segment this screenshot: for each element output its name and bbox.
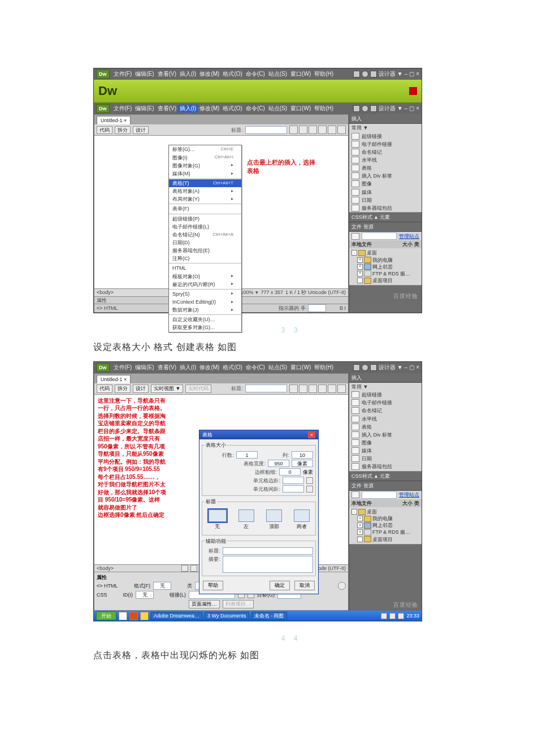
tree-node[interactable]: 桌面项目 xyxy=(351,536,419,543)
menu-item[interactable]: 图像对象(G) xyxy=(169,162,241,170)
html-tab[interactable]: <> HTML xyxy=(97,305,118,312)
menu-item[interactable]: 布局对象(Y) xyxy=(169,195,241,203)
expand-icon[interactable]: + xyxy=(357,522,363,528)
menu-item[interactable]: 站点(S) xyxy=(267,105,289,113)
document-tab[interactable]: Untitled-1 × xyxy=(97,375,131,383)
ok-button[interactable]: 确定 xyxy=(270,581,290,590)
menu-bar[interactable]: 文件(F)编辑(E)查看(V)插入(I)修改(M)格式(O)命令(C)站点(S)… xyxy=(112,364,336,371)
prop-css-tab[interactable]: CSS xyxy=(97,591,107,598)
collapse-icon[interactable]: - xyxy=(351,509,357,515)
cancel-button[interactable]: 取消 xyxy=(294,581,315,590)
circle-icon[interactable] xyxy=(362,364,368,371)
tray-icon[interactable] xyxy=(381,613,387,619)
insert-item[interactable]: 日期 xyxy=(349,455,422,463)
menu-item[interactable]: 查看(V) xyxy=(156,364,178,371)
insert-item[interactable]: 超级链接 xyxy=(349,132,422,140)
insert-item[interactable]: 媒体 xyxy=(349,447,422,455)
insert-item[interactable]: 超级链接 xyxy=(349,391,422,399)
minimize-icon[interactable]: – xyxy=(405,364,408,371)
taskbar-app[interactable]: 3 Wy Documents xyxy=(205,612,249,620)
tree-node[interactable]: -桌面 xyxy=(351,508,419,515)
insert-item[interactable]: 图像 xyxy=(349,439,422,447)
menu-item[interactable]: 查看(V) xyxy=(156,70,178,78)
tray-icon[interactable] xyxy=(389,613,396,619)
menu-item[interactable]: 编辑(E) xyxy=(133,105,155,113)
menu-item[interactable]: 超级链接(P) xyxy=(169,215,241,223)
toolbar-icon[interactable] xyxy=(299,126,307,134)
menu-item[interactable]: HTML xyxy=(169,264,241,272)
live-view-button[interactable]: 实时视图 ▼ xyxy=(151,385,183,392)
file-tree[interactable]: -桌面+我的电脑+网上邻居+FTP & RDS 服…桌面项目 xyxy=(349,507,422,544)
insert-item[interactable]: 服务器端包括 xyxy=(349,463,422,470)
design-canvas[interactable]: 这里注意一下，导航条只有 一行，只占用一行的表格。 选择列数的时候，要根据淘 宝… xyxy=(94,395,348,564)
insert-item[interactable]: 插入 Div 标签 xyxy=(349,431,422,439)
unit-select[interactable]: 像素 xyxy=(292,460,313,467)
expand-icon[interactable]: + xyxy=(357,529,363,535)
insert-item[interactable]: 图像 xyxy=(349,180,422,188)
expand-icon[interactable]: + xyxy=(357,257,363,263)
menu-bar[interactable]: 文件(F)编辑(E)查看(V)插入(I)修改(M)格式(O)命令(C)站点(S)… xyxy=(112,70,336,78)
toolbar-icon[interactable] xyxy=(289,126,298,134)
search-icon[interactable] xyxy=(370,71,377,77)
menu-item[interactable]: 格式(O) xyxy=(221,364,244,371)
prop-html-tab[interactable]: <> HTML xyxy=(97,582,118,589)
summary-textarea[interactable] xyxy=(223,556,313,573)
manage-sites-link[interactable]: 管理站点 xyxy=(399,233,419,240)
view-design-button[interactable]: 设计 xyxy=(133,126,149,134)
site-dropdown[interactable] xyxy=(362,232,397,240)
design-canvas[interactable]: 标签(G)…Ctrl+E图像(I)Ctrl+Alt+I图像对象(G)媒体(M)表… xyxy=(94,136,348,288)
menu-item[interactable]: Spry(S) xyxy=(169,290,241,298)
menu-item[interactable]: InContext Editing(I) xyxy=(169,298,241,306)
insert-item[interactable]: 表格 xyxy=(349,423,422,431)
file-tree[interactable]: -桌面+我的电脑+网上邻居+FTP & RDS 服…桌面项目 xyxy=(349,248,422,285)
refresh-icon[interactable] xyxy=(309,126,317,134)
close-icon[interactable]: × xyxy=(416,105,419,113)
screen-icon[interactable] xyxy=(318,385,327,393)
menu-item[interactable]: 文件(F) xyxy=(112,70,134,78)
circle-icon[interactable] xyxy=(362,105,368,112)
menu-item[interactable]: 服务器端包括(E) xyxy=(169,247,241,254)
expand-icon[interactable]: + xyxy=(357,271,363,277)
menu-item[interactable]: 修改(M) xyxy=(198,70,221,78)
quicklaunch-icon[interactable] xyxy=(129,612,138,620)
tree-node[interactable]: 桌面项目 xyxy=(351,277,419,284)
tree-node[interactable]: +网上邻居 xyxy=(351,263,419,270)
insert-item[interactable]: 命名锚记 xyxy=(349,407,422,414)
menu-item[interactable]: 插入(I) xyxy=(178,364,198,371)
id-select[interactable]: 无 xyxy=(136,591,154,599)
files-panel-header[interactable]: 文件 资源 xyxy=(349,222,422,232)
menu-item[interactable]: 命令(C) xyxy=(244,364,267,371)
restore-icon[interactable]: ▢ xyxy=(409,364,414,371)
rows-input[interactable]: 1 xyxy=(236,451,258,459)
menu-item[interactable]: 命名锚记(N)Ctrl+Alt+A xyxy=(169,231,241,239)
menu-item[interactable]: 最近的代码片断(R) xyxy=(169,280,241,288)
insert-category-dropdown[interactable]: 常用 ▼ xyxy=(349,124,422,132)
menu-item[interactable]: 数据对象(J) xyxy=(169,306,241,314)
site-dropdown[interactable] xyxy=(362,491,397,499)
menu-item[interactable]: 窗口(W) xyxy=(289,364,312,371)
insert-category-dropdown[interactable]: 常用 ▼ xyxy=(349,383,422,391)
insert-item[interactable]: 媒体 xyxy=(349,188,422,196)
menu-item[interactable]: 站点(S) xyxy=(267,364,289,371)
page-properties-button[interactable]: 页面属性… xyxy=(189,600,220,608)
page-title-input[interactable] xyxy=(245,385,287,392)
collapse-icon[interactable]: - xyxy=(351,250,357,256)
toolbar-icon[interactable] xyxy=(328,126,336,134)
screen-icon[interactable] xyxy=(318,126,327,134)
menu-item[interactable]: 模板对象(O) xyxy=(169,273,241,280)
taskbar-app[interactable]: 未命名 - 画图 xyxy=(251,612,287,620)
cellspace-input[interactable] xyxy=(283,485,304,493)
format-select[interactable]: 无 xyxy=(153,582,171,590)
menu-item[interactable]: 编辑(E) xyxy=(133,364,155,371)
page-title-input[interactable] xyxy=(245,126,287,134)
config-icon[interactable] xyxy=(353,364,360,371)
menu-item[interactable]: 编辑(E) xyxy=(133,70,155,78)
tree-node[interactable]: +网上邻居 xyxy=(351,522,419,529)
workspace-dropdown[interactable]: 设计器 ▼ xyxy=(379,70,403,78)
toolbar-icon[interactable] xyxy=(337,126,346,134)
insert-panel-header[interactable]: 插入 xyxy=(349,373,422,383)
zoom-icon[interactable] xyxy=(190,565,197,572)
border-input[interactable]: 0 xyxy=(279,468,301,476)
expand-icon[interactable]: + xyxy=(357,264,363,270)
menu-item[interactable]: 站点(S) xyxy=(267,70,289,78)
